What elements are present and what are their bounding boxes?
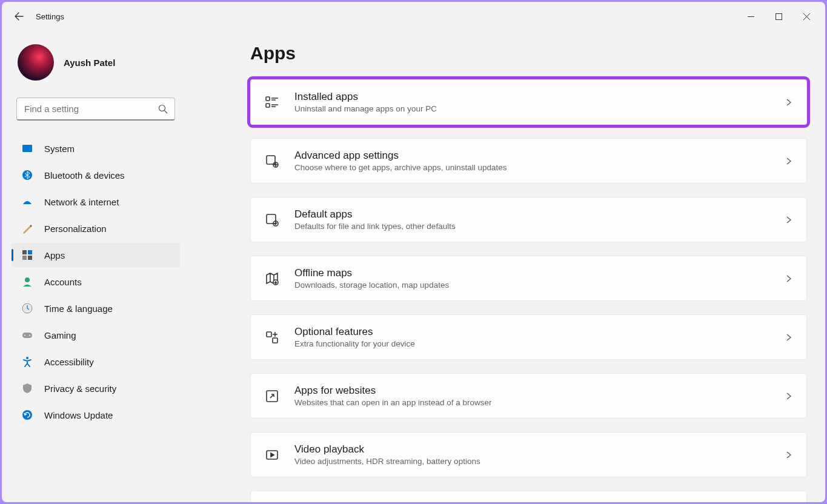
sidebar-item-label: Apps	[44, 250, 65, 260]
sidebar-item-personalization[interactable]: Personalization	[12, 216, 180, 240]
sidebar-item-network[interactable]: Network & internet	[12, 190, 180, 214]
update-icon	[21, 409, 33, 421]
svg-rect-15	[266, 97, 270, 101]
maximize-icon	[776, 13, 782, 20]
chevron-right-icon	[785, 333, 793, 342]
card-title: Optional features	[294, 326, 770, 338]
card-text: Installed apps Uninstall and manage apps…	[294, 91, 770, 113]
card-default-apps[interactable]: Default apps Defaults for file and link …	[250, 197, 807, 242]
svg-rect-22	[267, 332, 271, 337]
sidebar-item-label: Bluetooth & devices	[44, 170, 125, 181]
minimize-icon	[748, 13, 754, 20]
optional-features-icon	[264, 330, 280, 345]
card-apps-for-websites[interactable]: Apps for websites Websites that can open…	[250, 373, 807, 419]
card-optional-features[interactable]: Optional features Extra functionality fo…	[250, 314, 807, 360]
avatar	[18, 44, 54, 81]
card-text: Optional features Extra functionality fo…	[294, 326, 770, 348]
sidebar-item-gaming[interactable]: Gaming	[12, 323, 180, 347]
titlebar: Settings	[2, 2, 825, 31]
cards-list: Installed apps Uninstall and manage apps…	[250, 79, 807, 502]
chevron-right-icon	[785, 98, 793, 107]
card-installed-apps[interactable]: Installed apps Uninstall and manage apps…	[250, 79, 807, 125]
user-profile[interactable]: Ayush Patel	[8, 37, 184, 93]
chevron-right-icon	[785, 451, 793, 459]
system-icon	[21, 142, 33, 154]
card-desc: Defaults for file and link types, other …	[294, 222, 770, 231]
video-playback-icon	[264, 447, 280, 463]
back-button[interactable]	[7, 4, 31, 28]
svg-point-11	[24, 335, 25, 336]
card-offline-maps[interactable]: Offline maps Downloads, storage location…	[250, 256, 807, 301]
card-desc: Uninstall and manage apps on your PC	[294, 104, 770, 113]
sidebar-item-bluetooth[interactable]: Bluetooth & devices	[12, 163, 180, 187]
chevron-right-icon	[785, 274, 793, 283]
sidebar-item-apps[interactable]: Apps	[12, 243, 180, 267]
chevron-right-icon	[785, 392, 793, 400]
apps-icon	[21, 249, 33, 261]
svg-rect-5	[28, 250, 32, 254]
svg-rect-16	[266, 104, 270, 107]
personalization-icon	[21, 222, 33, 234]
page-title: Apps	[250, 43, 807, 64]
accounts-icon	[21, 276, 33, 288]
close-button[interactable]	[792, 7, 820, 26]
card-text: Apps for websites Websites that can open…	[294, 385, 770, 407]
card-advanced-app-settings[interactable]: Advanced app settings Choose where to ge…	[250, 138, 807, 184]
installed-apps-icon	[264, 94, 280, 110]
card-title: Installed apps	[294, 91, 770, 103]
sidebar-item-label: Network & internet	[44, 197, 119, 207]
card-video-playback[interactable]: Video playback Video adjustments, HDR st…	[250, 432, 807, 477]
sidebar-item-time[interactable]: Time & language	[12, 296, 180, 320]
svg-rect-2	[22, 145, 32, 152]
card-desc: Extra functionality for your device	[294, 339, 770, 348]
card-startup[interactable]: Startup	[250, 491, 807, 502]
svg-rect-10	[22, 333, 32, 338]
chevron-right-icon	[785, 216, 793, 224]
sidebar-item-label: Accounts	[44, 277, 82, 287]
apps-websites-icon	[264, 388, 280, 404]
sidebar-item-privacy[interactable]: Privacy & security	[12, 376, 180, 400]
close-icon	[803, 13, 810, 20]
nav: System Bluetooth & devices Network & int…	[8, 136, 184, 427]
sidebar-item-label: System	[44, 144, 75, 154]
card-text: Offline maps Downloads, storage location…	[294, 267, 770, 290]
sidebar-item-update[interactable]: Windows Update	[12, 403, 180, 427]
maximize-button[interactable]	[765, 7, 792, 26]
sidebar-item-label: Personalization	[44, 224, 107, 234]
main-content: Apps Installed apps Uninstall and manage…	[190, 31, 825, 502]
gaming-icon	[21, 329, 33, 341]
sidebar-item-label: Time & language	[44, 303, 113, 314]
svg-rect-6	[22, 256, 27, 260]
sidebar-item-label: Gaming	[44, 330, 76, 340]
offline-maps-icon	[264, 271, 280, 287]
card-title: Video playback	[294, 443, 770, 456]
network-icon	[21, 196, 33, 208]
sidebar-item-label: Accessibility	[44, 357, 94, 367]
svg-rect-23	[273, 338, 277, 343]
window-controls	[737, 7, 820, 26]
window-title: Settings	[36, 12, 64, 21]
bluetooth-icon	[21, 169, 33, 181]
settings-window: Settings Ayush Patel System	[2, 2, 825, 502]
accessibility-icon	[21, 356, 33, 368]
minimize-button[interactable]	[737, 7, 765, 26]
svg-rect-0	[776, 13, 782, 19]
card-text: Default apps Defaults for file and link …	[294, 208, 770, 231]
search-input[interactable]	[16, 98, 175, 121]
card-title: Offline maps	[294, 267, 770, 279]
search-container	[16, 98, 175, 121]
sidebar-item-accounts[interactable]: Accounts	[12, 270, 180, 294]
card-title: Advanced app settings	[294, 150, 770, 162]
sidebar: Ayush Patel System Bluetooth & devices	[2, 31, 190, 502]
card-desc: Websites that can open in an app instead…	[294, 398, 770, 407]
default-apps-icon	[264, 212, 280, 228]
svg-rect-7	[28, 256, 32, 260]
card-text: Advanced app settings Choose where to ge…	[294, 150, 770, 172]
search-icon	[158, 104, 168, 114]
svg-point-1	[159, 105, 165, 111]
chevron-right-icon	[785, 157, 793, 165]
sidebar-item-accessibility[interactable]: Accessibility	[12, 350, 180, 374]
sidebar-item-label: Privacy & security	[44, 383, 116, 394]
sidebar-item-system[interactable]: System	[12, 136, 180, 161]
svg-point-8	[25, 277, 30, 282]
